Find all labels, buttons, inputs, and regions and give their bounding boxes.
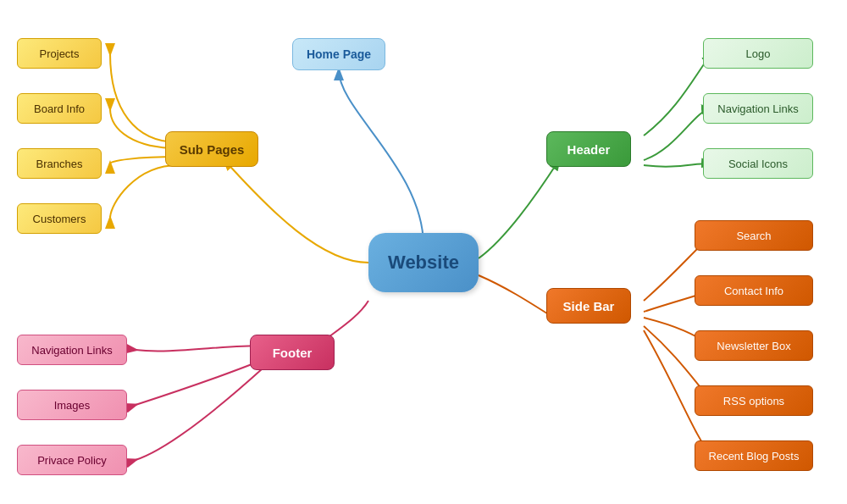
subpages-node: Sub Pages — [165, 131, 258, 167]
contactinfo-node: Contact Info — [695, 275, 813, 306]
boardinfo-node: Board Info — [17, 93, 102, 124]
sidebar-node: Side Bar — [546, 288, 631, 324]
customers-node: Customers — [17, 203, 102, 234]
newsletterbox-node: Newsletter Box — [695, 330, 813, 361]
logo-node: Logo — [703, 38, 813, 69]
homepage-node: Home Page — [292, 38, 385, 70]
images-node: Images — [17, 390, 127, 420]
branches-node: Branches — [17, 148, 102, 179]
search-node: Search — [695, 220, 813, 251]
footer-node: Footer — [250, 335, 335, 370]
header-node: Header — [546, 131, 631, 167]
rssoptions-node: RSS options — [695, 385, 813, 416]
recentblog-node: Recent Blog Posts — [695, 440, 813, 471]
navlinks-header-node: Navigation Links — [703, 93, 813, 124]
projects-node: Projects — [17, 38, 102, 69]
socialicons-node: Social Icons — [703, 148, 813, 179]
privacepolicy-node: Privace Policy — [17, 445, 127, 475]
navlinks-footer-node: Navigation Links — [17, 335, 127, 365]
website-node: Website — [368, 233, 479, 292]
